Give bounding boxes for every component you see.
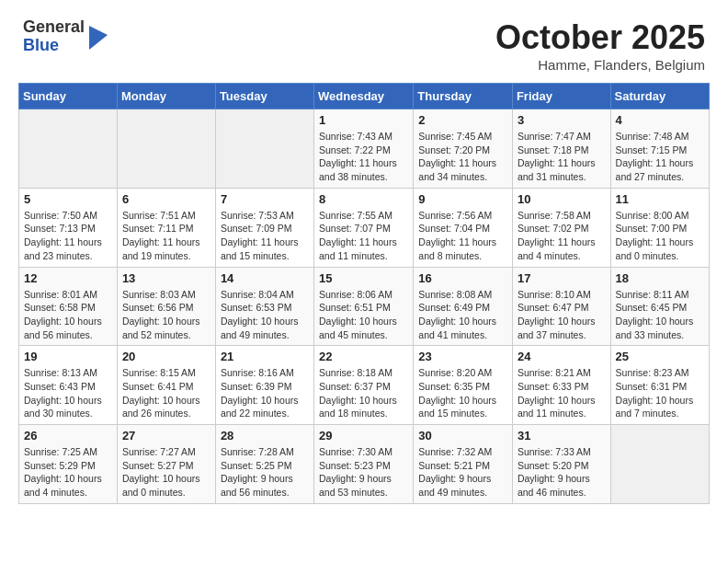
calendar-table: SundayMondayTuesdayWednesdayThursdayFrid… <box>18 83 710 504</box>
day-info: Sunrise: 7:55 AM Sunset: 7:07 PM Dayligh… <box>319 209 408 263</box>
day-of-week-header: Saturday <box>610 84 709 109</box>
day-info: Sunrise: 8:23 AM Sunset: 6:31 PM Dayligh… <box>616 366 704 420</box>
page-header: General Blue October 2025 Hamme, Flander… <box>9 9 719 77</box>
day-number: 26 <box>24 429 112 442</box>
logo-general: General <box>23 18 85 37</box>
calendar-cell: 26Sunrise: 7:25 AM Sunset: 5:29 PM Dayli… <box>19 425 118 504</box>
day-info: Sunrise: 7:58 AM Sunset: 7:02 PM Dayligh… <box>518 209 606 263</box>
day-number: 9 <box>418 192 507 206</box>
calendar-cell: 30Sunrise: 7:32 AM Sunset: 5:21 PM Dayli… <box>414 425 513 504</box>
day-of-week-header: Friday <box>512 84 610 109</box>
day-of-week-header: Sunday <box>19 84 118 109</box>
day-info: Sunrise: 8:21 AM Sunset: 6:33 PM Dayligh… <box>518 366 606 420</box>
calendar-cell: 23Sunrise: 8:20 AM Sunset: 6:35 PM Dayli… <box>414 346 513 425</box>
day-info: Sunrise: 7:28 AM Sunset: 5:25 PM Dayligh… <box>221 445 309 500</box>
day-info: Sunrise: 7:48 AM Sunset: 7:15 PM Dayligh… <box>616 130 704 184</box>
day-number: 29 <box>319 429 408 442</box>
calendar-cell: 28Sunrise: 7:28 AM Sunset: 5:25 PM Dayli… <box>215 425 313 504</box>
calendar-cell: 15Sunrise: 8:06 AM Sunset: 6:51 PM Dayli… <box>314 267 414 346</box>
calendar-header-row: SundayMondayTuesdayWednesdayThursdayFrid… <box>19 84 710 109</box>
day-info: Sunrise: 8:20 AM Sunset: 6:35 PM Dayligh… <box>418 366 507 420</box>
day-of-week-header: Tuesday <box>215 84 313 109</box>
day-number: 7 <box>221 192 309 206</box>
calendar-cell: 17Sunrise: 8:10 AM Sunset: 6:47 PM Dayli… <box>512 267 610 346</box>
day-info: Sunrise: 8:11 AM Sunset: 6:45 PM Dayligh… <box>616 288 704 342</box>
calendar-week-row: 5Sunrise: 7:50 AM Sunset: 7:13 PM Daylig… <box>19 188 710 267</box>
day-info: Sunrise: 7:43 AM Sunset: 7:22 PM Dayligh… <box>319 130 408 184</box>
day-info: Sunrise: 7:56 AM Sunset: 7:04 PM Dayligh… <box>418 209 507 263</box>
day-info: Sunrise: 8:03 AM Sunset: 6:56 PM Dayligh… <box>122 288 210 342</box>
day-info: Sunrise: 7:45 AM Sunset: 7:20 PM Dayligh… <box>418 130 507 184</box>
calendar-cell: 21Sunrise: 8:16 AM Sunset: 6:39 PM Dayli… <box>215 346 313 425</box>
calendar-cell: 7Sunrise: 7:53 AM Sunset: 7:09 PM Daylig… <box>215 188 313 267</box>
calendar-cell <box>610 425 709 504</box>
day-of-week-header: Monday <box>117 84 215 109</box>
calendar-cell: 29Sunrise: 7:30 AM Sunset: 5:23 PM Dayli… <box>314 425 414 504</box>
day-number: 21 <box>221 350 309 363</box>
day-info: Sunrise: 8:01 AM Sunset: 6:58 PM Dayligh… <box>24 288 112 342</box>
day-number: 10 <box>518 192 606 206</box>
calendar-cell: 3Sunrise: 7:47 AM Sunset: 7:18 PM Daylig… <box>512 109 610 189</box>
day-number: 15 <box>319 271 408 285</box>
day-number: 18 <box>616 271 704 285</box>
calendar-cell: 24Sunrise: 8:21 AM Sunset: 6:33 PM Dayli… <box>512 346 610 425</box>
day-number: 3 <box>518 113 606 127</box>
calendar-cell: 25Sunrise: 8:23 AM Sunset: 6:31 PM Dayli… <box>610 346 709 425</box>
calendar-cell: 19Sunrise: 8:13 AM Sunset: 6:43 PM Dayli… <box>19 346 118 425</box>
day-number: 22 <box>319 350 408 363</box>
day-info: Sunrise: 8:16 AM Sunset: 6:39 PM Dayligh… <box>221 366 309 420</box>
calendar-cell: 2Sunrise: 7:45 AM Sunset: 7:20 PM Daylig… <box>414 109 513 189</box>
day-info: Sunrise: 7:33 AM Sunset: 5:20 PM Dayligh… <box>518 445 606 500</box>
day-info: Sunrise: 7:47 AM Sunset: 7:18 PM Dayligh… <box>518 130 606 184</box>
calendar-cell: 6Sunrise: 7:51 AM Sunset: 7:11 PM Daylig… <box>117 188 215 267</box>
calendar-cell: 22Sunrise: 8:18 AM Sunset: 6:37 PM Dayli… <box>314 346 414 425</box>
day-number: 28 <box>221 429 309 442</box>
day-number: 19 <box>24 350 112 363</box>
day-number: 14 <box>221 271 309 285</box>
day-of-week-header: Wednesday <box>314 84 414 109</box>
title-block: October 2025 Hamme, Flanders, Belgium <box>495 18 705 73</box>
day-info: Sunrise: 8:00 AM Sunset: 7:00 PM Dayligh… <box>616 209 704 263</box>
day-info: Sunrise: 8:10 AM Sunset: 6:47 PM Dayligh… <box>518 288 606 342</box>
calendar-cell: 4Sunrise: 7:48 AM Sunset: 7:15 PM Daylig… <box>610 109 709 189</box>
day-number: 27 <box>122 429 210 442</box>
day-number: 1 <box>319 113 408 127</box>
day-info: Sunrise: 8:06 AM Sunset: 6:51 PM Dayligh… <box>319 288 408 342</box>
calendar-cell: 1Sunrise: 7:43 AM Sunset: 7:22 PM Daylig… <box>314 109 414 189</box>
day-number: 6 <box>122 192 210 206</box>
day-number: 31 <box>518 429 606 442</box>
calendar-cell: 13Sunrise: 8:03 AM Sunset: 6:56 PM Dayli… <box>117 267 215 346</box>
logo-blue: Blue <box>23 37 85 55</box>
calendar-week-row: 19Sunrise: 8:13 AM Sunset: 6:43 PM Dayli… <box>19 346 710 425</box>
calendar-week-row: 26Sunrise: 7:25 AM Sunset: 5:29 PM Dayli… <box>19 425 710 504</box>
day-info: Sunrise: 7:51 AM Sunset: 7:11 PM Dayligh… <box>122 209 210 263</box>
calendar-cell: 14Sunrise: 8:04 AM Sunset: 6:53 PM Dayli… <box>215 267 313 346</box>
day-info: Sunrise: 7:25 AM Sunset: 5:29 PM Dayligh… <box>24 445 112 500</box>
day-info: Sunrise: 7:32 AM Sunset: 5:21 PM Dayligh… <box>418 445 507 500</box>
calendar-cell <box>215 109 313 189</box>
day-number: 11 <box>616 192 704 206</box>
calendar-cell: 8Sunrise: 7:55 AM Sunset: 7:07 PM Daylig… <box>314 188 414 267</box>
svg-marker-0 <box>89 26 108 50</box>
day-of-week-header: Thursday <box>414 84 513 109</box>
calendar-cell: 11Sunrise: 8:00 AM Sunset: 7:00 PM Dayli… <box>610 188 709 267</box>
calendar-cell: 5Sunrise: 7:50 AM Sunset: 7:13 PM Daylig… <box>19 188 118 267</box>
calendar-week-row: 1Sunrise: 7:43 AM Sunset: 7:22 PM Daylig… <box>19 109 710 189</box>
day-number: 23 <box>418 350 507 363</box>
day-info: Sunrise: 7:53 AM Sunset: 7:09 PM Dayligh… <box>221 209 309 263</box>
calendar-cell: 16Sunrise: 8:08 AM Sunset: 6:49 PM Dayli… <box>414 267 513 346</box>
day-number: 5 <box>24 192 112 206</box>
day-number: 2 <box>418 113 507 127</box>
calendar-cell: 31Sunrise: 7:33 AM Sunset: 5:20 PM Dayli… <box>512 425 610 504</box>
day-info: Sunrise: 8:15 AM Sunset: 6:41 PM Dayligh… <box>122 366 210 420</box>
day-number: 12 <box>24 271 112 285</box>
calendar-cell <box>117 109 215 189</box>
calendar-cell: 12Sunrise: 8:01 AM Sunset: 6:58 PM Dayli… <box>19 267 118 346</box>
calendar-cell: 18Sunrise: 8:11 AM Sunset: 6:45 PM Dayli… <box>610 267 709 346</box>
calendar-cell: 9Sunrise: 7:56 AM Sunset: 7:04 PM Daylig… <box>414 188 513 267</box>
calendar-cell: 27Sunrise: 7:27 AM Sunset: 5:27 PM Dayli… <box>117 425 215 504</box>
logo: General Blue <box>23 18 106 55</box>
day-number: 16 <box>418 271 507 285</box>
month-title: October 2025 <box>495 18 705 57</box>
day-number: 30 <box>418 429 507 442</box>
